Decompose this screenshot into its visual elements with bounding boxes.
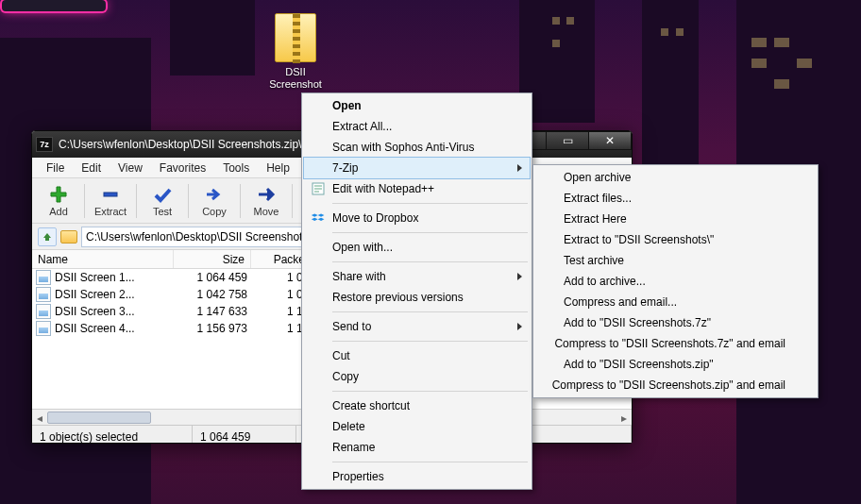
image-file-icon [36,270,51,285]
menu-item[interactable]: Restore previous versions [304,287,530,308]
menu-item-label: Compress to "DSII Screenshots.zip" and e… [552,378,785,392]
menu-item-label: Move to Dropbox [332,211,499,225]
bg-window [751,38,767,47]
menu-help[interactable]: Help [258,158,298,178]
menu-item-label: Share with [332,270,499,283]
menu-item[interactable]: Open with... [304,237,530,258]
menu-item-label: Extract to "DSII Screenshots\" [564,233,785,246]
sevenzip-icon: 7z [36,137,53,152]
menu-item-label: Compress and email... [564,295,785,309]
cell-size: 1 147 633 [176,303,253,320]
context-menu: OpenExtract All...Scan with Sophos Anti-… [301,92,532,490]
menu-item[interactable]: Send to [304,316,530,337]
menu-item[interactable]: Edit with Notepad++ [304,178,530,199]
toolbar-move-button[interactable]: Move [245,184,287,217]
menu-item-label: Copy [332,370,499,383]
bg-window [566,17,574,25]
cell-name: DSII Screen 1... [55,269,176,286]
menu-item-label: Properties [332,470,499,483]
blank-icon [310,160,327,176]
toolbar-extract-button[interactable]: Extract [90,184,131,217]
cell-name: DSII Screen 2... [55,286,176,303]
menu-view[interactable]: View [110,158,151,178]
menu-file[interactable]: File [38,158,73,178]
menu-item-label: 7-Zip [332,161,499,175]
menu-item[interactable]: Add to "DSII Screenshots.zip" [535,354,816,375]
menu-item[interactable]: Add to archive... [535,271,816,292]
menu-item[interactable]: Compress to "DSII Screenshots.7z" and em… [535,333,816,354]
menu-item[interactable]: Create shortcut [304,395,530,416]
menu-item[interactable]: Compress and email... [535,292,816,312]
scroll-right-icon[interactable]: ▸ [616,410,632,426]
menu-item-label: Rename [332,441,499,454]
menu-item[interactable]: 7-Zip [304,158,530,178]
bg-window [552,17,560,25]
menu-item[interactable]: Open archive [535,167,816,188]
menu-separator [332,341,528,342]
bg-window [661,28,668,36]
menu-item[interactable]: Scan with Sophos Anti-Virus [304,137,530,158]
toolbar-add-button[interactable]: Add [38,184,79,217]
blank-icon [541,294,558,310]
menu-item[interactable]: Compress to "DSII Screenshots.zip" and e… [535,375,816,395]
blank-icon [541,336,549,351]
blank-icon [310,119,327,134]
menu-item[interactable]: Extract All... [304,116,530,137]
blank-icon [541,232,558,247]
menu-item[interactable]: Extract Here [535,209,816,229]
menu-item[interactable]: Share with [304,266,530,287]
menu-item[interactable]: Extract to "DSII Screenshots\" [535,229,816,250]
menu-item[interactable]: Cut [304,345,530,366]
column-header-name[interactable]: Name [32,250,174,268]
menu-favorites[interactable]: Favorites [151,158,214,178]
bg-building [642,0,699,170]
menu-item[interactable]: Test archive [535,250,816,271]
desktop-zip-icon[interactable]: DSII Screenshot [262,13,329,91]
maximize-button[interactable]: ▭ [546,131,589,150]
menu-item-label: Delete [332,420,499,433]
toolbar-copy-button[interactable]: Copy [194,184,235,217]
blank-icon [310,398,327,413]
menu-item[interactable]: Extract files... [535,188,816,209]
scroll-thumb[interactable] [47,412,151,424]
menu-separator [332,462,528,462]
cell-size: 1 156 973 [176,320,253,337]
menu-item[interactable]: Rename [304,437,530,458]
menu-separator [332,203,528,204]
blank-icon [541,378,547,393]
blank-icon [541,315,558,330]
close-button[interactable]: ✕ [588,131,632,150]
menu-item-label: Add to archive... [564,275,785,288]
blank-icon [310,348,327,363]
bg-building [170,0,255,76]
blank-icon [310,369,327,384]
column-header-size[interactable]: Size [174,250,251,268]
menu-item[interactable]: Move to Dropbox [304,208,530,228]
status-size: 1 064 459 [193,426,296,444]
menu-item-label: Extract All... [332,120,499,133]
test-icon [151,184,174,205]
menu-item[interactable]: Properties [304,466,530,487]
blank-icon [310,469,327,484]
toolbar-test-button[interactable]: Test [142,184,183,217]
sevenzip-submenu: Open archiveExtract files...Extract Here… [532,164,819,398]
menu-item-label: Open with... [332,241,499,254]
blank-icon [310,140,327,155]
menu-item[interactable]: Copy [304,366,530,387]
menu-tools[interactable]: Tools [214,158,258,178]
submenu-arrow-icon [517,273,522,280]
scroll-left-icon[interactable]: ◂ [32,410,47,426]
menu-item[interactable]: Add to "DSII Screenshots.7z" [535,312,816,333]
blank-icon [541,274,558,289]
menu-item-label: Add to "DSII Screenshots.zip" [564,358,785,371]
menu-separator [332,311,528,312]
up-button[interactable] [38,227,57,246]
menu-item-label: Scan with Sophos Anti-Virus [332,141,499,154]
menu-item-label: Open [332,99,499,112]
bg-window [774,79,789,89]
blank-icon [541,211,558,227]
menu-item[interactable]: Open [304,95,530,116]
menu-item[interactable]: Delete [304,416,530,437]
menu-edit[interactable]: Edit [73,158,110,178]
cell-size: 1 042 758 [176,286,253,303]
